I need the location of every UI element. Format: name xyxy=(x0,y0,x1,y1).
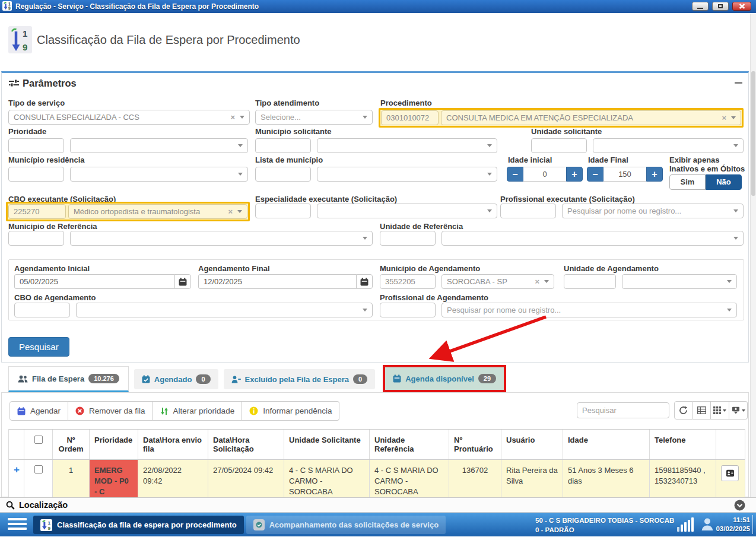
unidade-solicitante-select[interactable] xyxy=(593,138,744,153)
toggle-nao-button[interactable]: Não xyxy=(706,174,742,190)
tipo-atendimento-select[interactable]: Selecione... xyxy=(255,110,373,125)
alterar-prioridade-button[interactable]: Alterar prioridade xyxy=(153,401,243,421)
export-button[interactable] xyxy=(729,401,748,420)
svg-text:1: 1 xyxy=(23,28,27,39)
header-prioridade[interactable]: Prioridade xyxy=(90,430,138,459)
municipio-solicitante-select[interactable] xyxy=(317,138,497,153)
columns-button[interactable] xyxy=(711,401,729,420)
agendamento-inicial-input[interactable]: 05/02/2025 xyxy=(14,274,174,289)
idade-inicial-value[interactable]: 0 xyxy=(523,167,566,182)
table-view-button[interactable] xyxy=(693,401,711,420)
unidade-solicitante-code-input[interactable] xyxy=(531,138,587,153)
informar-pendencia-button[interactable]: Informar pendência xyxy=(242,401,339,421)
tab-excluido-pela-fila[interactable]: Excluído pela Fila de Espera 0 xyxy=(224,369,376,389)
cell-unidade-solicitante: 4 - C S MARIA DO CARMO - SOROCABA xyxy=(284,460,370,503)
taskbar-item-classificacao[interactable]: 19 Classificação da fila de espera por p… xyxy=(33,516,244,534)
municipio-solicitante-code-input[interactable] xyxy=(255,138,311,153)
procedimento-select[interactable]: CONSULTA MEDICA EM ATENÇÃO ESPECIALIZADA… xyxy=(441,110,741,125)
profissional-agendamento-select[interactable]: Pesquisar por nome ou registro... xyxy=(441,303,737,317)
profissional-agendamento-code-input[interactable] xyxy=(380,303,436,317)
grid-icon xyxy=(713,406,721,414)
especialidade-executante-select[interactable] xyxy=(317,204,497,218)
unidade-agendamento-label: Unidade de Agendamento xyxy=(564,264,659,273)
taskbar-item-acompanhamento[interactable]: Acompanhamento das solicitações de servi… xyxy=(246,516,446,534)
cbo-executante-select[interactable]: Médico ortopedista e traumatologista × xyxy=(68,204,247,219)
clear-icon[interactable]: × xyxy=(228,207,233,216)
table-search-input[interactable] xyxy=(577,402,669,418)
header-unidade-solicitante[interactable]: Unidade Solicitante xyxy=(284,430,370,459)
row-checkbox[interactable] xyxy=(34,465,43,474)
municipio-agendamento-select[interactable]: SOROCABA - SP × xyxy=(441,274,554,289)
municipio-agendamento-code-input[interactable]: 3552205 xyxy=(380,274,436,289)
especialidade-executante-code-input[interactable] xyxy=(255,204,311,218)
page-title: Classificação da Fila de Espera por Proc… xyxy=(37,33,300,47)
lista-municipio-code-input[interactable] xyxy=(255,167,311,182)
vertical-scrollbar[interactable] xyxy=(750,14,756,497)
cbo-agendamento-select[interactable] xyxy=(76,303,373,317)
profissional-executante-select[interactable]: Pesquisar por nome ou registro... xyxy=(562,204,744,218)
header-unidade-referencia[interactable]: Unidade Referência xyxy=(370,430,449,459)
minimize-button[interactable] xyxy=(692,2,709,11)
close-button[interactable] xyxy=(732,2,751,11)
calendar-button[interactable] xyxy=(174,274,191,289)
clear-icon[interactable]: × xyxy=(230,113,235,122)
table-tools xyxy=(674,401,748,420)
lista-municipio-select[interactable] xyxy=(317,167,497,182)
prioridade-select[interactable] xyxy=(70,138,248,153)
tab-count-badge: 0 xyxy=(353,374,367,384)
clear-icon[interactable]: × xyxy=(722,113,726,122)
header-prontuario[interactable]: Nº Prontuário xyxy=(449,430,501,459)
header-idade[interactable]: Idade xyxy=(563,430,650,459)
tab-agendado[interactable]: Agendado 0 xyxy=(134,369,218,389)
procedimento-code-input[interactable]: 0301010072 xyxy=(381,110,439,125)
unidade-agendamento-select[interactable] xyxy=(622,274,737,289)
agendar-button[interactable]: Agendar xyxy=(9,401,68,421)
queue-sort-icon: 19 xyxy=(40,519,52,531)
pesquisar-button[interactable]: Pesquisar xyxy=(8,337,69,357)
refresh-button[interactable] xyxy=(674,401,693,420)
minus-button[interactable]: − xyxy=(507,167,523,182)
unidade-referencia-select[interactable] xyxy=(441,231,744,246)
header-ordem[interactable]: Nº Ordem xyxy=(53,430,90,459)
profissional-executante-code-input[interactable] xyxy=(500,204,556,218)
header-envio-fila[interactable]: Data\Hora envio fila xyxy=(138,430,208,459)
collapse-down-button[interactable] xyxy=(734,500,745,513)
menu-icon[interactable] xyxy=(8,518,27,530)
tab-count-badge: 10.276 xyxy=(88,374,119,383)
idade-final-value[interactable]: 150 xyxy=(603,167,646,182)
prioridade-code-input[interactable] xyxy=(8,138,64,153)
tab-label: Agenda disponível xyxy=(405,374,474,383)
unidade-referencia-code-input[interactable] xyxy=(380,231,436,246)
cbo-agendamento-code-input[interactable] xyxy=(14,303,70,317)
tab-label: Excluído pela Fila de Espera xyxy=(245,375,350,384)
municipio-residencia-select[interactable] xyxy=(70,167,248,182)
chevron-down-icon xyxy=(733,144,738,147)
clear-icon[interactable]: × xyxy=(535,277,539,286)
remover-da-fila-button[interactable]: Remover da fila xyxy=(68,401,153,421)
municipio-residencia-code-input[interactable] xyxy=(8,167,64,182)
expand-row-button[interactable]: + xyxy=(9,460,24,503)
toggle-sim-button[interactable]: Sim xyxy=(669,174,706,190)
scrollbar-thumb[interactable] xyxy=(751,71,755,196)
plus-button[interactable]: + xyxy=(646,167,663,182)
minus-button[interactable]: − xyxy=(587,167,603,182)
plus-button[interactable]: + xyxy=(566,167,583,182)
calendar-button[interactable] xyxy=(356,274,373,289)
header-telefone[interactable]: Telefone xyxy=(650,430,716,459)
tab-fila-de-espera[interactable]: Fila de Espera 10.276 xyxy=(8,366,129,392)
municipio-referencia-code-input[interactable] xyxy=(8,231,64,246)
header-solicitacao[interactable]: Data\Hora Solicitação xyxy=(208,430,284,459)
agendamento-final-input[interactable]: 12/02/2025 xyxy=(198,274,356,289)
select-all-checkbox[interactable] xyxy=(34,436,43,444)
unidade-agendamento-code-input[interactable] xyxy=(564,274,616,289)
cell-envio-fila: 22/08/2022 09:42 xyxy=(138,460,208,503)
maximize-button[interactable] xyxy=(712,2,729,11)
tab-agenda-disponivel[interactable]: Agenda disponível 29 xyxy=(385,367,504,390)
header-usuario[interactable]: Usuário xyxy=(501,430,563,459)
collapse-panel-icon[interactable] xyxy=(735,82,742,84)
contact-card-button[interactable] xyxy=(721,465,739,481)
municipio-referencia-select[interactable] xyxy=(70,231,373,246)
tipo-servico-select[interactable]: CONSULTA ESPECIALIZADA - CCS × xyxy=(8,110,250,125)
cbo-executante-code-input[interactable]: 225270 xyxy=(8,204,66,219)
prioridade-label: Prioridade xyxy=(8,127,46,136)
